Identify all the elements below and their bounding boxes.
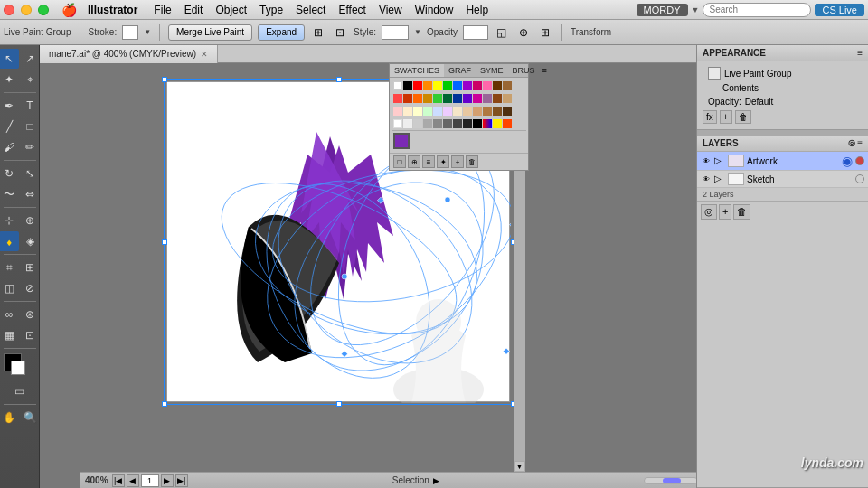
menu-object[interactable]: Object bbox=[210, 2, 252, 18]
layer-name-artwork[interactable]: Artwork bbox=[747, 156, 839, 166]
swatch-r2c8[interactable] bbox=[463, 94, 472, 103]
next-page-button[interactable]: ▶ bbox=[161, 474, 174, 487]
sw-new-color-group-icon[interactable]: ⊕ bbox=[408, 155, 420, 168]
magic-wand-tool-button[interactable]: ✦ bbox=[0, 70, 19, 89]
opacity-input[interactable]: 100 bbox=[463, 25, 488, 40]
maximize-button[interactable] bbox=[38, 5, 49, 15]
swatch-r2c7[interactable] bbox=[453, 94, 462, 103]
swatch-r3c8[interactable] bbox=[463, 107, 472, 116]
layers-new-layer-icon[interactable]: + bbox=[719, 204, 731, 220]
user-button[interactable]: MORDY bbox=[637, 4, 688, 16]
swatch-red[interactable] bbox=[413, 81, 422, 90]
swatch-r3c7[interactable] bbox=[453, 107, 462, 116]
perspective-tool-button[interactable]: ⌗ bbox=[0, 258, 19, 277]
layers-find-icon[interactable]: ◎ bbox=[701, 204, 717, 220]
appear-delete-icon[interactable]: 🗑 bbox=[735, 110, 751, 124]
swatch-r2c5[interactable] bbox=[433, 94, 442, 103]
swatch-r4c11[interactable] bbox=[493, 119, 502, 128]
prev-page-button[interactable]: ◀ bbox=[127, 474, 139, 487]
swatch-white[interactable] bbox=[393, 81, 402, 90]
selection-tool-button[interactable]: ↖ bbox=[0, 49, 19, 69]
appearance-menu-icon[interactable]: ≡ bbox=[857, 48, 863, 58]
symbol-tool-button[interactable]: ⊛ bbox=[20, 305, 40, 324]
search-input[interactable] bbox=[703, 3, 811, 17]
pen-tool-button[interactable]: ✒ bbox=[0, 96, 19, 116]
scale-tool-button[interactable]: ⤡ bbox=[20, 164, 40, 183]
style-box[interactable] bbox=[382, 25, 409, 40]
scroll-down-button[interactable]: ▼ bbox=[514, 461, 525, 472]
swatch-r2c9[interactable] bbox=[473, 94, 482, 103]
blend-tool-button[interactable]: ∞ bbox=[0, 305, 19, 324]
layer-lock-sketch[interactable]: ▷ bbox=[714, 174, 725, 184]
layer-lock-artwork[interactable]: ▷ bbox=[714, 155, 725, 166]
swatch-r3c4[interactable] bbox=[423, 107, 432, 116]
cs-live-button[interactable]: CS Live bbox=[815, 4, 864, 16]
rect-tool-button[interactable]: □ bbox=[20, 117, 40, 136]
swatch-r3c3[interactable] bbox=[413, 107, 422, 116]
swatch-r2c12[interactable] bbox=[503, 94, 512, 103]
menu-edit[interactable]: Edit bbox=[179, 2, 209, 18]
horizontal-scroll[interactable] bbox=[644, 477, 696, 484]
apple-logo-icon[interactable]: 🍎 bbox=[61, 3, 77, 17]
sw-new-swatch-icon[interactable]: + bbox=[451, 155, 464, 168]
tab-swatches[interactable]: SWATCHES bbox=[390, 64, 444, 77]
swatches-menu-icon[interactable]: ≡ bbox=[540, 64, 550, 77]
appear-fx-icon[interactable]: fx bbox=[703, 110, 717, 124]
freetransform-tool-button[interactable]: ⊹ bbox=[0, 211, 19, 230]
swatch-r4c4[interactable] bbox=[423, 119, 432, 128]
swatch-r2c6[interactable] bbox=[443, 94, 452, 103]
menu-type[interactable]: Type bbox=[254, 2, 288, 18]
page-number-input[interactable] bbox=[141, 474, 159, 487]
swatch-r4c10[interactable] bbox=[483, 119, 492, 128]
swatch-r3c5[interactable] bbox=[433, 107, 442, 116]
swatch-r2c1[interactable] bbox=[393, 94, 402, 103]
swatch-r4c3[interactable] bbox=[413, 119, 422, 128]
merge-live-paint-button[interactable]: Merge Live Paint bbox=[168, 24, 252, 41]
appear-opacity-value[interactable]: Default bbox=[745, 97, 774, 107]
layers-menu-icon[interactable]: ≡ bbox=[857, 138, 863, 148]
tab-symbols[interactable]: SYME bbox=[476, 64, 508, 77]
user-chevron-icon[interactable]: ▼ bbox=[692, 5, 700, 14]
stroke-arrow-icon[interactable]: ▼ bbox=[144, 28, 151, 36]
sw-swatch-options-icon[interactable]: ✦ bbox=[437, 155, 449, 168]
swatch-r3c10[interactable] bbox=[483, 107, 492, 116]
tab-gradients[interactable]: GRAF bbox=[444, 64, 476, 77]
pencil-tool-button[interactable]: ✏ bbox=[20, 137, 40, 157]
livepaint-select-button[interactable]: ◈ bbox=[20, 231, 40, 251]
width-tool-button[interactable]: ⇔ bbox=[20, 184, 40, 204]
style-arrow-icon[interactable]: ▼ bbox=[414, 28, 421, 36]
sw-show-kinds-icon[interactable]: ≡ bbox=[422, 155, 435, 168]
swatch-r3c2[interactable] bbox=[403, 107, 412, 116]
warp-tool-button[interactable]: 〜 bbox=[0, 184, 19, 204]
eyedropper-tool-button[interactable]: ⊘ bbox=[20, 278, 40, 298]
sw-delete-swatch-icon[interactable]: 🗑 bbox=[466, 155, 478, 168]
first-page-button[interactable]: |◀ bbox=[112, 474, 125, 487]
canvas-area[interactable]: mane7.ai* @ 400% (CMYK/Preview) ✕ bbox=[40, 45, 696, 488]
swatch-yellow[interactable] bbox=[433, 81, 442, 90]
swatch-brown[interactable] bbox=[493, 81, 502, 90]
swatch-r3c9[interactable] bbox=[473, 107, 482, 116]
close-button[interactable] bbox=[4, 5, 14, 15]
menu-select[interactable]: Select bbox=[290, 2, 331, 18]
appear-add-icon[interactable]: + bbox=[720, 110, 732, 124]
swatch-r3c11[interactable] bbox=[493, 107, 502, 116]
rotate-tool-button[interactable]: ↻ bbox=[0, 164, 19, 183]
swatch-r3c12[interactable] bbox=[503, 107, 512, 116]
layer-circle-artwork[interactable] bbox=[855, 156, 864, 165]
layers-delete-icon[interactable]: 🗑 bbox=[733, 204, 750, 220]
line-tool-button[interactable]: ╱ bbox=[0, 117, 19, 136]
layer-row-sketch[interactable]: 👁 ▷ Sketch bbox=[697, 171, 868, 188]
swatch-r4c12[interactable] bbox=[503, 119, 512, 128]
swatch-r4c1[interactable] bbox=[393, 119, 402, 128]
swatch-r4c7[interactable] bbox=[453, 119, 462, 128]
swatch-r3c6[interactable] bbox=[443, 107, 452, 116]
swatch-r2c4[interactable] bbox=[423, 94, 432, 103]
options-icon[interactable]: ⊞ bbox=[310, 24, 326, 41]
swatch-r2c3[interactable] bbox=[413, 94, 422, 103]
swatch-r4c6[interactable] bbox=[443, 119, 452, 128]
direct-select-tool-button[interactable]: ↗ bbox=[20, 49, 40, 69]
swatch-black[interactable] bbox=[403, 81, 412, 90]
opacity-icon[interactable]: ◱ bbox=[494, 24, 510, 41]
shapebuilder-tool-button[interactable]: ⊕ bbox=[20, 211, 40, 230]
hand-tool-button[interactable]: ✋ bbox=[0, 408, 19, 427]
